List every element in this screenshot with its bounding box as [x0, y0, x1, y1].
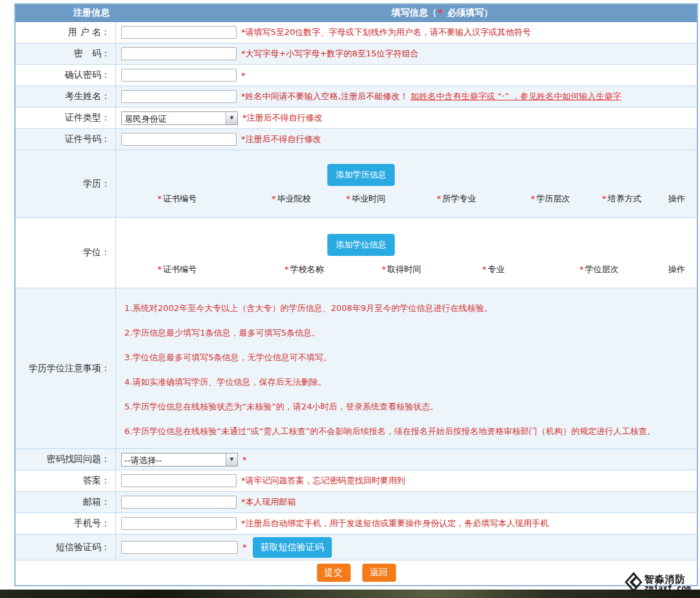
education-col-operation: 操作	[667, 193, 685, 205]
degree-col-certificate-no: *证书编号	[158, 264, 197, 275]
mobile-hint: *注册后自动绑定手机，用于发送短信或重要操作身份认定，务必填写本人现用手机	[241, 518, 549, 529]
table-header: 注册信息 填写信息（* 必须填写）	[16, 5, 697, 22]
required-star: *	[437, 7, 444, 17]
note-item-5: 5.学历学位信息在线核验状态为“未核验”的，请24小时后，登录系统查看核验状态。	[124, 395, 690, 419]
candidate-name-input[interactable]	[121, 90, 237, 103]
rare-character-help-link[interactable]: 如姓名中含有生僻字或 “·” ，参见姓名中如何输入生僻字	[411, 91, 622, 102]
degree-col-school-name: *学校名称	[285, 264, 324, 275]
degree-label: 学位：	[16, 218, 116, 288]
education-col-school: *毕业院校	[272, 193, 311, 205]
id-type-hint: *注册后不得自行修改	[242, 112, 323, 124]
password-hint: *大写字母+小写字母+数字的8至15位字符组合	[241, 48, 419, 60]
candidate-name-label: 考生姓名：	[16, 86, 116, 107]
degree-col-obtained-time: *取得时间	[382, 264, 421, 275]
sms-code-required-star: *	[242, 542, 247, 552]
security-question-required-star: *	[242, 455, 247, 465]
answer-input[interactable]	[121, 474, 237, 487]
sms-code-label: 短信验证码：	[16, 535, 116, 560]
education-col-certificate-no: *证书编号	[158, 193, 197, 205]
email-hint: *本人现用邮箱	[241, 496, 296, 508]
education-col-major: *所学专业	[437, 193, 476, 205]
row-confirm-password: 确认密码： *	[16, 65, 697, 86]
answer-hint: *请牢记问题答案，忘记密码需找回时要用到	[241, 475, 406, 487]
row-sms-code: 短信验证码： * 获取短信验证码	[16, 535, 697, 560]
row-actions: 提交 返回	[16, 560, 697, 585]
add-degree-button[interactable]: 添加学位信息	[327, 234, 395, 256]
row-username: 用 户 名： *请填写5至20位数字、字母或下划线作为用户名，请不要输入汉字或其…	[16, 22, 697, 43]
degree-columns-header: *证书编号 *学校名称 *取得时间 *专业 *学位层次 操作	[116, 264, 697, 275]
password-label: 密 码：	[16, 43, 116, 64]
candidate-name-hint: *姓名中间请不要输入空格,注册后不能修改！	[241, 91, 408, 102]
degree-col-major: *专业	[482, 264, 505, 275]
email-input[interactable]	[121, 496, 237, 509]
notes-label: 学历学位注意事项：	[16, 288, 116, 448]
username-label: 用 户 名：	[16, 22, 116, 43]
row-email: 邮箱： *本人现用邮箱	[16, 492, 697, 513]
mobile-input[interactable]	[121, 517, 237, 530]
add-education-button[interactable]: 添加学历信息	[327, 164, 395, 186]
row-candidate-name: 考生姓名： *姓名中间请不要输入空格,注册后不能修改！ 如姓名中含有生僻字或 “…	[16, 86, 697, 108]
watermark-brand-name: 智淼消防	[644, 574, 691, 585]
confirm-password-required-star: *	[241, 71, 246, 80]
education-label: 学历：	[16, 150, 116, 217]
note-item-2: 2.学历信息最少填写1条信息，最多可填写5条信息。	[124, 321, 690, 345]
page-background-strip	[0, 590, 700, 598]
education-col-level: *学历层次	[531, 193, 570, 205]
id-type-label: 证件类型：	[16, 108, 116, 128]
security-question-label: 密码找回问题：	[16, 449, 116, 470]
notes-content: 1.系统对2002年至今大专以上（含大专）的学历信息、2008年9月至今的学位信…	[116, 288, 697, 448]
watermark-site-url: zmjaxf.com	[644, 584, 691, 593]
degree-col-operation: 操作	[667, 264, 685, 275]
confirm-password-label: 确认密码：	[16, 65, 116, 86]
username-hint: *请填写5至20位数字、字母或下划线作为用户名，请不要输入汉字或其他符号	[241, 27, 531, 38]
education-col-training-mode: *培养方式	[602, 193, 642, 205]
site-watermark: 智淼消防 zmjaxf.com	[625, 572, 691, 595]
row-password: 密 码： *大写字母+小写字母+数字的8至15位字符组合	[16, 43, 697, 65]
get-sms-code-button[interactable]: 获取短信验证码	[253, 537, 332, 558]
submit-button[interactable]: 提交	[317, 564, 351, 582]
row-security-question: 密码找回问题： --请选择-- ▼ *	[16, 449, 697, 470]
email-label: 邮箱：	[16, 492, 116, 512]
security-question-selected-value: --请选择--	[122, 454, 226, 466]
chevron-down-icon: ▼	[226, 454, 237, 466]
id-number-hint: *注册后不得自行修改	[241, 133, 321, 145]
note-item-3: 3.学位信息最多可填写5条信息，无学位信息可不填写。	[124, 345, 690, 370]
mobile-label: 手机号：	[16, 513, 116, 534]
id-type-selected-value: 居民身份证	[122, 112, 226, 124]
zhimiao-logo-icon	[625, 572, 642, 595]
username-input[interactable]	[121, 26, 237, 39]
row-id-number: 证件号码： *注册后不得自行修改	[16, 129, 697, 150]
education-columns-header: *证书编号 *毕业院校 *毕业时间 *所学专业 *学历层次 *培养方式 操作	[116, 193, 697, 205]
education-col-graduation-time: *毕业时间	[346, 193, 386, 205]
header-left-title: 注册信息	[16, 7, 116, 19]
back-button[interactable]: 返回	[362, 564, 396, 582]
header-right-suffix: 必须填写）	[444, 7, 493, 17]
confirm-password-input[interactable]	[121, 69, 237, 82]
answer-label: 答案：	[16, 470, 116, 491]
row-mobile: 手机号： *注册后自动绑定手机，用于发送短信或重要操作身份认定，务必填写本人现用…	[16, 513, 697, 535]
row-id-type: 证件类型： 居民身份证 ▼ *注册后不得自行修改	[16, 108, 697, 129]
password-input[interactable]	[121, 47, 237, 60]
chevron-down-icon: ▼	[226, 112, 237, 124]
row-notes: 学历学位注意事项： 1.系统对2002年至今大专以上（含大专）的学历信息、200…	[16, 288, 697, 449]
row-education: 学历： 添加学历信息 *证书编号 *毕业院校 *毕业时间 *所学专业 *学历层次…	[16, 150, 697, 218]
note-item-1: 1.系统对2002年至今大专以上（含大专）的学历信息、2008年9月至今的学位信…	[124, 296, 690, 321]
sms-code-input[interactable]	[121, 541, 238, 554]
header-right-prefix: 填写信息（	[391, 7, 437, 17]
registration-form: 注册信息 填写信息（* 必须填写） 用 户 名： *请填写5至20位数字、字母或…	[14, 3, 698, 586]
note-item-6: 6.学历学位信息在线核验“未通过”或“需人工核查”的不会影响后续报名，须在报名开…	[124, 419, 690, 444]
id-number-label: 证件号码：	[16, 129, 116, 150]
row-degree: 学位： 添加学位信息 *证书编号 *学校名称 *取得时间 *专业 *学位层次 操…	[16, 218, 697, 288]
id-type-select[interactable]: 居民身份证 ▼	[121, 111, 238, 125]
security-question-select[interactable]: --请选择-- ▼	[121, 453, 238, 466]
note-item-4: 4.请如实准确填写学历、学位信息，保存后无法删除。	[124, 370, 690, 395]
degree-col-level: *学位层次	[579, 264, 619, 275]
header-right-title: 填写信息（* 必须填写）	[116, 7, 697, 19]
row-answer: 答案： *请牢记问题答案，忘记密码需找回时要用到	[16, 470, 697, 492]
id-number-input[interactable]	[121, 133, 237, 146]
